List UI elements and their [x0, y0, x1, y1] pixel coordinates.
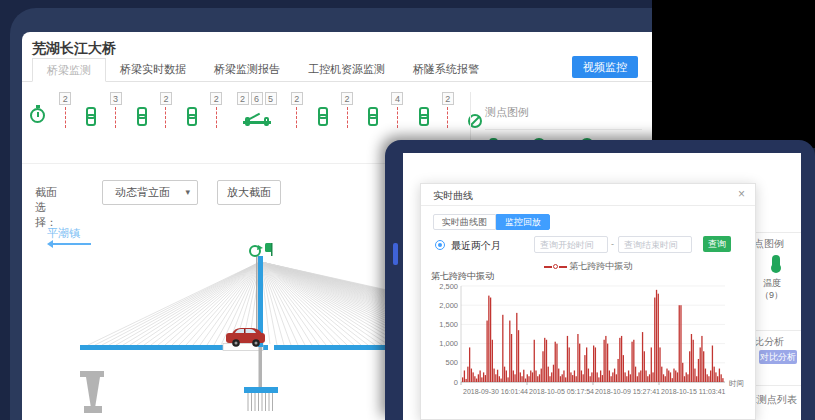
tab-realtime-curve[interactable]: 实时曲线图 [433, 214, 496, 230]
dashed-marker [296, 107, 297, 128]
location-label: 平潮镇 [47, 226, 80, 241]
sensor-count-badge[interactable]: 6 [251, 92, 263, 105]
chain-link-icon [136, 107, 146, 126]
dialog-tabs: 实时曲线图 监控回放 [433, 214, 550, 230]
sensor-point[interactable]: 2 [59, 92, 71, 128]
chain-link-icon [317, 107, 327, 126]
sensor-count-badge[interactable]: 4 [391, 92, 403, 105]
zoom-section-button[interactable]: 放大截面 [217, 180, 281, 205]
dashed-marker [347, 107, 348, 128]
temp-count: （9） [760, 289, 783, 302]
tab-bar-tabs: 桥梁监测桥梁实时数据桥梁监测报告工控机资源监测桥隧系统报警 [32, 58, 652, 82]
start-time-input[interactable] [534, 236, 608, 253]
sensor-point[interactable]: 2 [210, 92, 222, 128]
section-select[interactable]: 动态背立面 [102, 180, 198, 205]
sensor-chain[interactable] [418, 92, 428, 126]
desktop-black-area [652, 0, 815, 148]
page-title: 芜湖长江大桥 [32, 40, 116, 58]
svg-text:2018-10-05 05:17:54: 2018-10-05 05:17:54 [529, 388, 594, 395]
svg-text:1,000: 1,000 [439, 339, 458, 348]
sensor-row: 23222652242 [30, 92, 482, 140]
dashed-marker [65, 107, 66, 128]
thermometer-icon[interactable] [772, 255, 780, 268]
tab-1[interactable]: 桥梁实时数据 [106, 58, 200, 82]
dashed-marker [447, 107, 448, 128]
sensor-point[interactable]: 2 [291, 92, 303, 128]
svg-text:2018-10-15 11:03:41: 2018-10-15 11:03:41 [661, 388, 726, 395]
chain-link-icon [367, 107, 377, 126]
sensor-chain[interactable] [186, 92, 196, 126]
sensor-chain[interactable] [136, 92, 146, 126]
scrollbar-thumb[interactable] [393, 243, 398, 265]
end-time-input[interactable] [618, 236, 692, 253]
sensor-point[interactable]: 3 [110, 92, 122, 128]
svg-text:500: 500 [445, 358, 458, 367]
svg-text:1,500: 1,500 [439, 320, 458, 329]
sensor-chain[interactable] [317, 92, 327, 126]
sensor-point[interactable]: 2 [160, 92, 172, 128]
sensor-clock [30, 92, 45, 123]
legend-line-icon [559, 266, 567, 268]
sensor-chain[interactable] [367, 92, 377, 126]
sensor-chain[interactable] [85, 92, 95, 126]
popup-page: 测点图例 温度 （9） 对比分析 对比分析 故障测点列表 实时曲线 × 实时曲线… [403, 153, 801, 420]
query-button[interactable]: 查询 [703, 236, 731, 252]
realtime-curve-dialog: 实时曲线 × 实时曲线图 监控回放 最近两个月 - 查询 第七跨跨中振动 第七跨… [420, 183, 756, 420]
svg-text:2018-09-30 16:01:44: 2018-09-30 16:01:44 [463, 388, 528, 395]
legend-panel-title: 测点图例 [485, 105, 642, 130]
recent-two-months-radio[interactable] [435, 240, 445, 250]
section-select-label: 截面选择： [35, 185, 57, 230]
tab-2[interactable]: 桥梁监测报告 [200, 58, 294, 82]
chain-link-icon [186, 107, 196, 126]
sensor-point[interactable]: 2 [442, 92, 454, 128]
dashed-marker [115, 107, 116, 128]
tab-3[interactable]: 工控机资源监测 [294, 58, 399, 82]
legend-circle-icon [553, 264, 558, 269]
video-monitor-button[interactable]: 视频监控 [572, 56, 638, 78]
sensor-point[interactable]: 2 [341, 92, 353, 128]
sensor-count-badge[interactable]: 2 [210, 92, 222, 105]
sensor-count-badge[interactable]: 2 [59, 92, 71, 105]
close-icon[interactable]: × [738, 187, 745, 201]
chain-link-icon [418, 107, 428, 126]
range-separator: - [611, 239, 614, 249]
compare-analysis-button[interactable]: 对比分析 [759, 350, 797, 364]
legend-label: 第七跨跨中振动 [569, 261, 632, 271]
sensor-count-badge[interactable]: 2 [160, 92, 172, 105]
left-pier [80, 371, 104, 413]
sensor-cluster: 265 [237, 92, 277, 126]
svg-text:2,500: 2,500 [439, 282, 458, 291]
svg-text:0: 0 [454, 378, 458, 387]
legend-line-icon [544, 266, 552, 268]
sensor-count-badge[interactable]: 2 [291, 92, 303, 105]
bridge-section-icon [243, 109, 271, 126]
dialog-title: 实时曲线 [433, 189, 473, 203]
sensor-point[interactable]: 4 [391, 92, 403, 128]
vibration-chart: 2,5002,0001,5001,00050002018-09-30 16:01… [425, 280, 752, 416]
sensor-count-badge[interactable]: 2 [237, 92, 249, 105]
svg-text:时间: 时间 [729, 379, 744, 388]
dashed-marker [165, 107, 166, 128]
tab-bar: 桥梁监测桥梁实时数据桥梁监测报告工控机资源监测桥隧系统报警 视频监控 [22, 58, 652, 82]
dashed-marker [216, 107, 217, 128]
sensor-count-badge[interactable]: 5 [265, 92, 277, 105]
radio-label: 最近两个月 [451, 239, 501, 253]
tab-0[interactable]: 桥梁监测 [32, 58, 106, 82]
sensor-count-badge[interactable]: 3 [110, 92, 122, 105]
dialog-titlebar: 实时曲线 × [421, 184, 755, 206]
dashed-marker [397, 107, 398, 128]
tab-playback[interactable]: 监控回放 [496, 214, 550, 230]
svg-text:2,000: 2,000 [439, 301, 458, 310]
sensor-count-badge[interactable]: 2 [442, 92, 454, 105]
sensor-count-badge[interactable]: 2 [341, 92, 353, 105]
svg-text:2018-10-09 15:27:41: 2018-10-09 15:27:41 [595, 388, 660, 395]
tab-4[interactable]: 桥隧系统报警 [399, 58, 493, 82]
stopwatch-icon [30, 108, 45, 123]
chain-link-icon [85, 107, 95, 126]
popup-window-frame: 测点图例 温度 （9） 对比分析 对比分析 故障测点列表 实时曲线 × 实时曲线… [385, 140, 815, 420]
tower-sensor-icons [250, 243, 273, 256]
